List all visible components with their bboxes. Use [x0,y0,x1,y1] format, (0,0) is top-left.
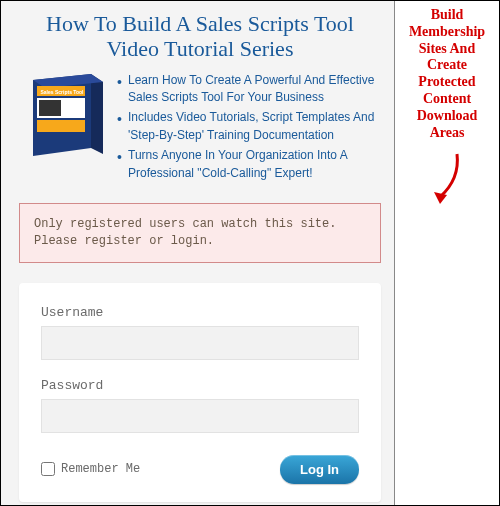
hero-row: Sales Scripts Tool Learn How To Create A… [19,72,381,185]
password-label: Password [41,378,359,393]
login-form: Username Password Remember Me Log In [19,283,381,502]
password-input[interactable] [41,399,359,433]
remember-me[interactable]: Remember Me [41,462,140,476]
username-label: Username [41,305,359,320]
remember-checkbox[interactable] [41,462,55,476]
svg-marker-1 [91,74,103,154]
annotation-line: Build Membership [409,7,485,39]
annotation-text: Build Membership Sites And Create Protec… [399,7,495,141]
svg-text:Sales Scripts Tool: Sales Scripts Tool [41,89,85,95]
login-actions-row: Remember Me Log In [41,455,359,484]
username-input[interactable] [41,326,359,360]
title-line-1: How To Build A Sales Scripts Tool [46,11,354,36]
annotation-line: Sites And Create [419,41,475,73]
feature-item: Learn How To Create A Powerful And Effec… [115,72,381,107]
page-title: How To Build A Sales Scripts Tool Video … [19,11,381,62]
feature-item: Includes Video Tutorials, Script Templat… [115,109,381,144]
annotation-panel: Build Membership Sites And Create Protec… [394,1,499,505]
alert-message: Only registered users can watch this sit… [34,217,336,248]
feature-list: Learn How To Create A Powerful And Effec… [115,72,381,185]
membership-login-panel: How To Build A Sales Scripts Tool Video … [1,1,394,505]
feature-item: Turns Anyone In Your Organization Into A… [115,147,381,182]
remember-label: Remember Me [61,462,140,476]
title-line-2: Video Tutorial Series [107,36,294,61]
login-button[interactable]: Log In [280,455,359,484]
annotation-line: Protected Content [418,74,475,106]
svg-rect-5 [39,100,61,116]
annotation-line: Download Areas [417,108,478,140]
product-box-image: Sales Scripts Tool [19,72,105,164]
arrow-icon [399,149,495,213]
access-alert: Only registered users can watch this sit… [19,203,381,263]
svg-rect-6 [37,120,85,132]
